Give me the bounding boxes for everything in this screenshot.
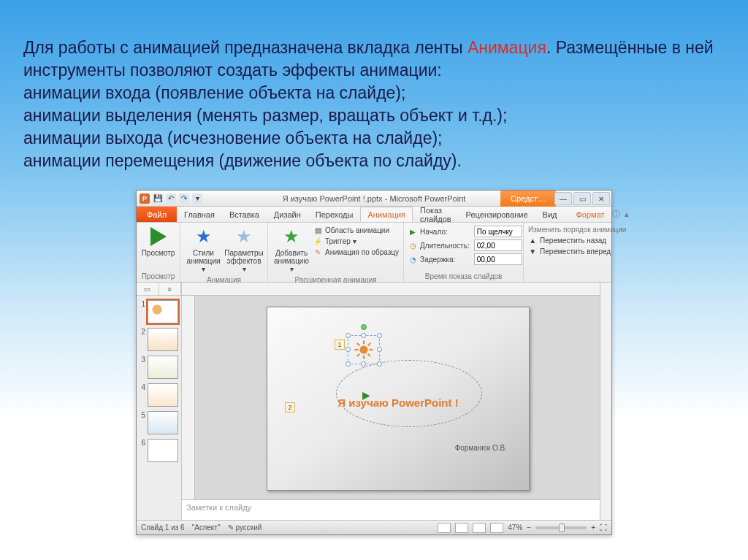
tab-design[interactable]: Дизайн [267, 207, 308, 222]
resize-handle[interactable] [346, 361, 351, 367]
thumbnail-5[interactable]: 5 [140, 411, 178, 434]
tab-animations[interactable]: Анимация [360, 207, 413, 222]
delay-icon: ◔ [408, 255, 417, 264]
view-slideshow-button[interactable] [490, 523, 503, 533]
ribbon-help-icon[interactable]: ⓘ [612, 209, 620, 220]
resize-handle[interactable] [346, 333, 351, 338]
play-icon [150, 227, 167, 246]
vertical-scrollbar[interactable] [600, 283, 611, 520]
svg-line-7 [368, 342, 371, 345]
duration-field[interactable] [474, 239, 522, 251]
title-bar: P 💾 ↶ ↷ ▾ Я изучаю PowerPoint !.pptx - M… [137, 191, 611, 207]
qat-save-icon[interactable]: 💾 [153, 193, 163, 204]
notes-pane[interactable]: Заметки к слайду [182, 499, 600, 520]
clock-icon: ◷ [408, 241, 417, 250]
zoom-out-button[interactable]: − [527, 523, 531, 532]
add-animation-button[interactable]: ★ Добавить анимацию ▾ [272, 226, 310, 273]
view-normal-button[interactable] [438, 523, 451, 533]
thumbnail-4[interactable]: 4 [140, 383, 178, 407]
notes-splitter[interactable] [182, 498, 588, 502]
thumbnail-3[interactable]: 3 [140, 356, 178, 379]
close-button[interactable]: ✕ [592, 192, 610, 205]
reorder-heading: Изменить порядок анимации [528, 226, 626, 234]
resize-handle[interactable] [377, 347, 382, 352]
content-area: ▭ ≡ 1 2 3 4 5 6 ▶ 1 2 [137, 283, 611, 520]
tab-transitions[interactable]: Переходы [308, 207, 361, 222]
zoom-level[interactable]: 47% [508, 523, 522, 532]
delay-field[interactable] [474, 253, 522, 265]
trigger-icon: ⚡ [313, 237, 322, 245]
trigger-button[interactable]: ⚡Триггер ▾ [313, 237, 399, 245]
arrow-down-icon: ▼ [528, 247, 537, 256]
resize-handle[interactable] [361, 361, 366, 367]
slide-title-text[interactable]: Я изучаю PowerPoint ! [337, 396, 458, 408]
effect-options-button[interactable]: ★ Параметры эффектов ▾ [225, 226, 263, 273]
sun-shape[interactable] [354, 340, 374, 360]
tab-view[interactable]: Вид [535, 207, 565, 222]
qat-redo-icon[interactable]: ↷ [179, 193, 189, 204]
move-later-button[interactable]: ▼Переместить вперед [528, 247, 626, 256]
star-plus-icon: ★ [283, 226, 299, 247]
resize-handle[interactable] [377, 333, 382, 338]
animation-tag-2[interactable]: 2 [285, 402, 295, 413]
duration-label: ◷Длительность: [408, 241, 470, 250]
status-language[interactable]: ✎русский [228, 523, 262, 532]
painter-icon: ✎ [313, 248, 322, 256]
start-field[interactable] [474, 226, 522, 237]
ribbon-minimize-icon[interactable]: ▴ [625, 210, 629, 219]
animation-pane-button[interactable]: ▤Область анимации [313, 226, 399, 234]
group-preview-label: Просмотр [137, 272, 180, 282]
tab-slideshow[interactable]: Показ слайдов [413, 207, 459, 222]
delay-label: ◔Задержка: [408, 255, 470, 264]
tab-format[interactable]: Формат [568, 207, 611, 222]
view-sorter-button[interactable] [455, 523, 468, 533]
slide-canvas[interactable]: ▶ 1 2 Я изучаю PowerPoint ! Форманюк О.В… [267, 307, 530, 491]
svg-line-6 [368, 353, 371, 356]
thumbnail-1[interactable]: 1 [140, 300, 178, 323]
zoom-in-button[interactable]: + [591, 523, 595, 532]
thumbnail-6[interactable]: 6 [140, 439, 178, 462]
view-reading-button[interactable] [473, 523, 486, 533]
notes-placeholder: Заметки к слайду [186, 503, 251, 512]
maximize-button[interactable]: ▭ [573, 192, 591, 205]
tab-insert[interactable]: Вставка [222, 207, 267, 222]
thumbnail-list[interactable]: 1 2 3 4 5 6 [137, 296, 181, 520]
tab-review[interactable]: Рецензирование [459, 207, 535, 222]
tab-file[interactable]: Файл [137, 207, 177, 222]
play-small-icon: ▶ [408, 227, 417, 236]
slides-tab-icon[interactable]: ▭ [137, 283, 159, 295]
powerpoint-window: P 💾 ↶ ↷ ▾ Я изучаю PowerPoint !.pptx - M… [136, 190, 612, 535]
outline-tab-icon[interactable]: ≡ [159, 283, 182, 295]
svg-point-0 [359, 345, 367, 353]
star-icon: ★ [196, 226, 212, 247]
qat-undo-icon[interactable]: ↶ [166, 193, 176, 204]
horizontal-ruler [182, 283, 600, 296]
pane-icon: ▤ [313, 226, 322, 234]
slide-panel: ▭ ≡ 1 2 3 4 5 6 [137, 283, 182, 520]
status-theme: "Аспект" [192, 523, 221, 532]
qat-customize-icon[interactable]: ▾ [192, 193, 202, 204]
animation-tag-1[interactable]: 1 [335, 340, 345, 350]
fit-to-window-button[interactable]: ⛶ [600, 523, 607, 532]
description-text: Для работы с анимацией предназначена вкл… [0, 0, 748, 180]
status-bar: Слайд 1 из 6 "Аспект" ✎русский 47% − + ⛶ [137, 520, 611, 534]
resize-handle[interactable] [346, 347, 351, 352]
move-earlier-button[interactable]: ▲Переместить назад [528, 236, 626, 245]
preview-button[interactable]: Просмотр [141, 226, 175, 257]
svg-line-5 [357, 342, 360, 345]
animation-styles-button[interactable]: ★ Стили анимации ▾ [185, 226, 222, 273]
resize-handle[interactable] [361, 333, 366, 338]
tab-home[interactable]: Главная [177, 207, 222, 222]
contextual-tab-tools[interactable]: Средст… [500, 191, 556, 207]
animation-painter-button[interactable]: ✎Анимация по образцу [313, 248, 399, 256]
slide-canvas-area[interactable]: ▶ 1 2 Я изучаю PowerPoint ! Форманюк О.В… [182, 283, 600, 499]
thumbnail-2[interactable]: 2 [140, 328, 178, 351]
minimize-button[interactable]: — [554, 192, 572, 205]
resize-handle[interactable] [377, 361, 382, 367]
slide-subtitle-text[interactable]: Форманюк О.В. [455, 444, 507, 452]
zoom-slider-thumb[interactable] [559, 523, 565, 532]
rotate-handle[interactable] [361, 324, 367, 330]
zoom-slider[interactable] [535, 526, 587, 529]
svg-line-8 [357, 353, 360, 356]
motion-path[interactable] [336, 360, 482, 427]
